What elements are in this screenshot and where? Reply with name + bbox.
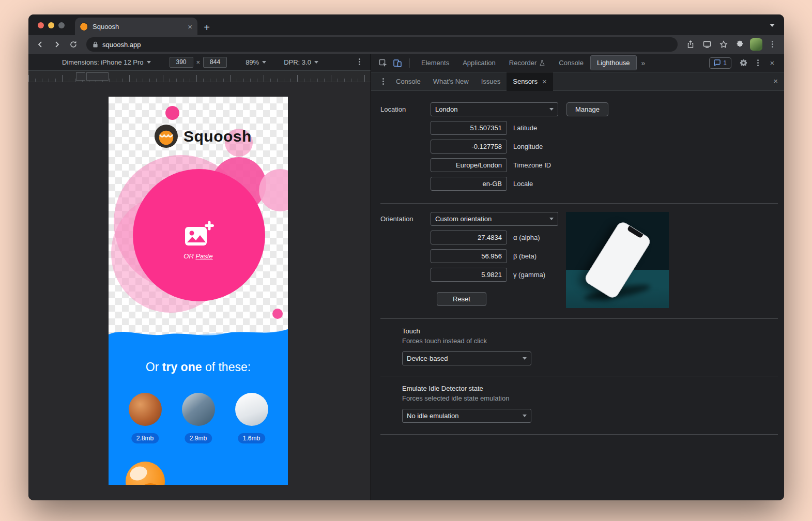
- devtools-menu-kebab-icon[interactable]: [751, 56, 764, 70]
- chevron-down-icon: [314, 61, 318, 64]
- more-tabs-icon[interactable]: »: [637, 59, 650, 67]
- device-width-input[interactable]: 390: [170, 57, 193, 68]
- issues-count: 1: [723, 59, 727, 67]
- chevron-down-icon: [262, 61, 266, 64]
- device-mode-toolbar: Dimensions: iPhone 12 Pro 390 × 844 89% …: [28, 54, 371, 71]
- gamma-label: γ (gamma): [513, 271, 545, 279]
- browser-window: Squoosh × + squoosh.app: [28, 14, 784, 500]
- longitude-input[interactable]: -0.127758: [431, 140, 507, 154]
- back-button[interactable]: [34, 38, 47, 51]
- zoom-select[interactable]: 89%: [246, 58, 266, 66]
- content-area: Dimensions: iPhone 12 Pro 390 × 844 89% …: [28, 54, 784, 500]
- touch-select[interactable]: Device-based: [402, 351, 531, 365]
- address-bar[interactable]: squoosh.app: [86, 37, 678, 52]
- file-size-badge: 1.6mb: [238, 433, 265, 443]
- browser-tab-squoosh[interactable]: Squoosh ×: [75, 18, 197, 35]
- browser-menu-kebab-icon[interactable]: [765, 38, 779, 51]
- zoom-window-button[interactable]: [58, 22, 65, 28]
- minimize-window-button[interactable]: [48, 22, 54, 28]
- orientation-label: Orientation: [380, 212, 431, 306]
- panda-photo[interactable]: [129, 393, 162, 426]
- dpr-select[interactable]: DPR: 3.0: [284, 58, 318, 66]
- location-select[interactable]: London: [431, 102, 558, 116]
- close-window-button[interactable]: [38, 22, 44, 28]
- tab-recorder[interactable]: Recorder: [503, 55, 551, 71]
- longitude-label: Longitude: [513, 143, 543, 150]
- dog-photo[interactable]: [182, 393, 215, 426]
- demo-section: Or try one of these: 2.8mb 2.9mb: [109, 340, 288, 485]
- chevron-down-icon: [549, 108, 554, 111]
- url-text: squoosh.app: [102, 41, 141, 49]
- devtools-close-icon[interactable]: ×: [765, 56, 779, 70]
- locale-label: Locale: [513, 180, 533, 188]
- pink-dot-decoration: [272, 309, 283, 319]
- touch-subtitle: Forces touch instead of click: [402, 337, 778, 345]
- install-app-icon[interactable]: [700, 38, 714, 51]
- file-size-badge: 2.8mb: [131, 433, 159, 443]
- profile-avatar[interactable]: [750, 38, 762, 51]
- window-controls: [38, 22, 65, 28]
- timezone-input[interactable]: Europe/London: [431, 158, 507, 172]
- tab-lighthouse[interactable]: Lighthouse: [591, 56, 636, 70]
- reload-button[interactable]: [67, 38, 80, 51]
- demo-image-phone[interactable]: 1.6mb: [235, 393, 268, 426]
- share-icon[interactable]: [684, 38, 697, 51]
- idle-title: Emulate Idle Detector state: [402, 385, 778, 392]
- demo-image-dog[interactable]: 2.9mb: [182, 393, 215, 426]
- tab-console[interactable]: Console: [553, 55, 590, 71]
- phone-photo[interactable]: [235, 393, 268, 426]
- alpha-input[interactable]: 27.4834: [431, 231, 507, 244]
- section-divider: [380, 318, 778, 319]
- forward-button[interactable]: [50, 38, 64, 51]
- or-paste-hint: OR Paste: [109, 252, 288, 260]
- issues-counter[interactable]: 1: [709, 57, 731, 69]
- new-tab-button[interactable]: +: [200, 20, 214, 35]
- reset-button[interactable]: Reset: [437, 292, 486, 306]
- settings-gear-icon[interactable]: [737, 56, 750, 70]
- manage-button[interactable]: Manage: [566, 102, 608, 116]
- orientation-phone-preview[interactable]: [566, 212, 669, 308]
- blue-wave-decoration: [109, 324, 288, 341]
- orientation-select[interactable]: Custom orientation: [431, 212, 558, 226]
- extensions-icon[interactable]: [733, 38, 747, 51]
- demo-image-panda[interactable]: 2.8mb: [129, 393, 162, 426]
- tab-close-icon[interactable]: ×: [188, 23, 192, 30]
- device-emulation-pane: Dimensions: iPhone 12 Pro 390 × 844 89% …: [28, 54, 371, 500]
- tab-search-chevron-icon[interactable]: [770, 24, 775, 27]
- device-toolbar-toggle-icon[interactable]: [391, 56, 404, 70]
- squoosh-logo-text: Squoosh: [183, 128, 252, 145]
- lock-icon: [93, 41, 98, 48]
- device-toolbar-kebab-icon[interactable]: [355, 58, 363, 66]
- drawer-tab-sensors[interactable]: Sensors ×: [507, 72, 553, 91]
- locale-input[interactable]: en-GB: [431, 177, 507, 191]
- tab-elements[interactable]: Elements: [415, 55, 455, 71]
- idle-subtitle: Forces selected idle state emulation: [402, 394, 778, 402]
- ruler-corner: [86, 72, 109, 81]
- desktop-background: Squoosh × + squoosh.app: [0, 0, 812, 521]
- inspect-element-icon[interactable]: [376, 56, 390, 70]
- sensors-tab-close-icon[interactable]: ×: [542, 78, 547, 85]
- bookmark-star-icon[interactable]: [717, 38, 730, 51]
- paste-link[interactable]: Paste: [195, 252, 212, 260]
- latitude-input[interactable]: 51.507351: [431, 121, 507, 135]
- drawer-tab-console[interactable]: Console: [390, 72, 427, 91]
- tab-application[interactable]: Application: [456, 55, 502, 71]
- drawer-tab-issues[interactable]: Issues: [475, 72, 507, 91]
- squoosh-logo-icon: [154, 124, 178, 148]
- touch-section: Touch Forces touch instead of click Devi…: [380, 327, 778, 365]
- emulated-page-squoosh: Squoosh OR Paste: [109, 97, 288, 485]
- drawer-tab-whats-new[interactable]: What's New: [427, 72, 475, 91]
- gamma-input[interactable]: 5.9821: [431, 268, 507, 282]
- drawer-menu-kebab-icon[interactable]: [376, 75, 390, 88]
- drawer-close-icon[interactable]: ×: [773, 77, 778, 85]
- location-label: Location: [380, 102, 431, 191]
- issues-bubble-icon: [714, 59, 721, 66]
- browser-toolbar: squoosh.app: [28, 35, 784, 54]
- device-select[interactable]: Dimensions: iPhone 12 Pro: [62, 58, 151, 66]
- device-height-input[interactable]: 844: [203, 57, 227, 68]
- add-image-icon[interactable]: [184, 221, 214, 248]
- idle-select[interactable]: No idle emulation: [402, 409, 531, 423]
- beta-input[interactable]: 56.956: [431, 249, 507, 263]
- titlebar: Squoosh × +: [28, 14, 784, 35]
- sensors-panel: Location London Manage 51.507351: [371, 91, 784, 500]
